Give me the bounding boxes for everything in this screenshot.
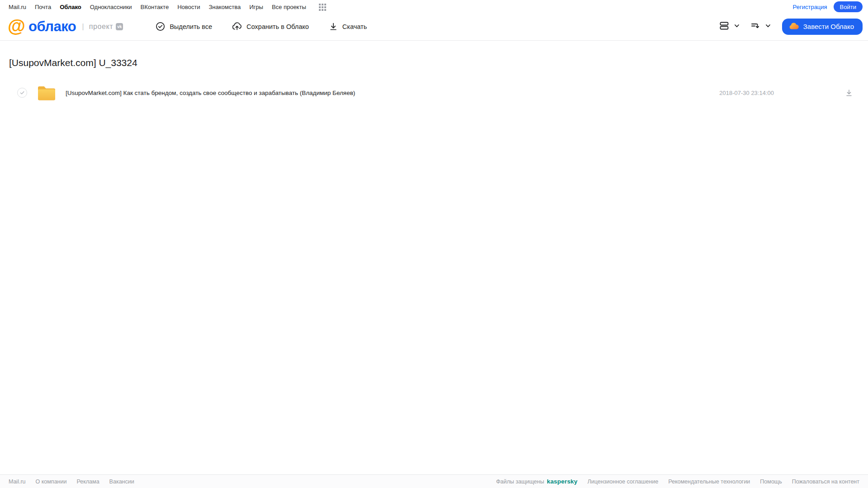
- check-circle-icon: [156, 22, 165, 31]
- nav-link-all-projects[interactable]: Все проекты: [272, 4, 306, 10]
- footer-link-mailru[interactable]: Mail.ru: [9, 479, 26, 485]
- portal-nav-right: Регистрация Войти: [793, 1, 863, 12]
- list-view-icon: [719, 20, 730, 33]
- register-link[interactable]: Регистрация: [793, 4, 827, 10]
- nav-link-odnoklassniki[interactable]: Одноклассники: [90, 4, 132, 10]
- cloud-logo-text: облако: [28, 19, 76, 35]
- nav-link-vkontakte[interactable]: ВКонтакте: [141, 4, 169, 10]
- portal-nav-links: Mail.ru Почта Облако Одноклассники ВКонт…: [9, 3, 327, 11]
- download-label: Скачать: [342, 23, 367, 30]
- nav-link-znakomstva[interactable]: Знакомства: [209, 4, 241, 10]
- row-checkbox[interactable]: [17, 88, 27, 98]
- cloud-logo[interactable]: @ облако | проект vk: [8, 19, 123, 35]
- kaspersky-protection: Файлы защищены kaspersky: [496, 478, 578, 485]
- footer-link-company[interactable]: О компании: [36, 479, 67, 485]
- file-row[interactable]: [UsupovMarket.com] Как стать брендом, со…: [9, 83, 868, 103]
- select-all-label: Выделить все: [170, 23, 212, 30]
- view-mode-dropdown[interactable]: [719, 20, 740, 33]
- footer-link-jobs[interactable]: Вакансии: [109, 479, 134, 485]
- toolbar: Выделить все Сохранить в Облако Скачат: [156, 22, 367, 31]
- chevron-down-icon: [765, 23, 771, 31]
- logo-divider: |: [82, 22, 84, 31]
- footer-link-recommendations[interactable]: Рекомендательные технологии: [668, 479, 750, 485]
- checkmark-icon: [19, 90, 25, 95]
- kaspersky-logo[interactable]: kaspersky: [547, 478, 578, 485]
- download-button[interactable]: Скачать: [329, 22, 367, 31]
- create-cloud-label: Завести Облако: [803, 23, 854, 30]
- nav-link-oblako[interactable]: Облако: [60, 4, 81, 10]
- nav-link-pochta[interactable]: Почта: [35, 4, 51, 10]
- nav-link-mailru[interactable]: Mail.ru: [9, 4, 26, 10]
- footer-right-links: Файлы защищены kaspersky Лицензионное со…: [496, 478, 859, 485]
- save-to-cloud-label: Сохранить в Облако: [247, 23, 309, 30]
- footer-left-links: Mail.ru О компании Реклама Вакансии: [9, 479, 134, 485]
- folder-icon: [37, 85, 56, 100]
- select-all-button[interactable]: Выделить все: [156, 22, 212, 31]
- footer-link-help[interactable]: Помощь: [760, 479, 782, 485]
- nav-link-igry[interactable]: Игры: [249, 4, 263, 10]
- main-content: [UsupovMarket.com] U_33324 [UsupovMarket…: [0, 57, 868, 103]
- file-name[interactable]: [UsupovMarket.com] Как стать брендом, со…: [66, 90, 355, 96]
- footer: Mail.ru О компании Реклама Вакансии Файл…: [0, 474, 868, 488]
- footer-link-report[interactable]: Пожаловаться на контент: [792, 479, 859, 485]
- footer-link-license[interactable]: Лицензионное соглашение: [588, 479, 659, 485]
- download-icon: [329, 22, 338, 31]
- save-to-cloud-button[interactable]: Сохранить в Облако: [232, 22, 309, 31]
- page-title: [UsupovMarket.com] U_33324: [9, 57, 868, 68]
- header-right-controls: Завести Облако: [719, 19, 863, 35]
- chevron-down-icon: [734, 23, 740, 31]
- cloud-upload-icon: [232, 22, 242, 31]
- cloud-cta-icon: [789, 22, 799, 32]
- sort-icon: [750, 20, 761, 33]
- footer-link-ads[interactable]: Реклама: [76, 479, 99, 485]
- project-label: проект: [89, 23, 113, 31]
- login-button[interactable]: Войти: [834, 1, 863, 12]
- sort-dropdown[interactable]: [750, 20, 771, 33]
- apps-grid-icon[interactable]: [318, 3, 327, 11]
- app-header: @ облако | проект vk Выделить все: [0, 13, 868, 41]
- vk-logo-icon: vk: [116, 23, 123, 30]
- portal-nav: Mail.ru Почта Облако Одноклассники ВКонт…: [0, 0, 868, 13]
- mailru-at-icon: @: [8, 17, 25, 35]
- create-cloud-button[interactable]: Завести Облако: [782, 19, 863, 35]
- row-download-icon[interactable]: [845, 89, 853, 97]
- protected-text: Файлы защищены: [496, 479, 544, 485]
- file-date: 2018-07-30 23:14:00: [719, 90, 774, 96]
- nav-link-novosti[interactable]: Новости: [177, 4, 200, 10]
